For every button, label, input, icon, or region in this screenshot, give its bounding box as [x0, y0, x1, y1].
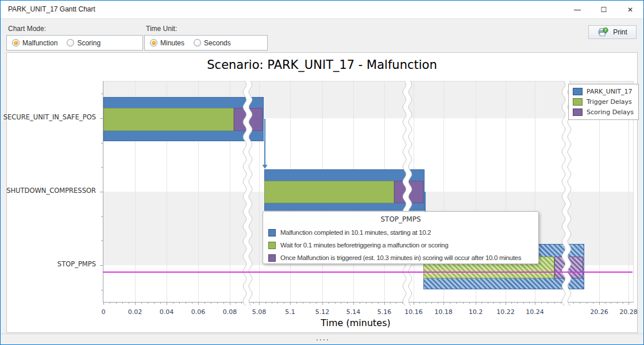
- legend-swatch: [573, 88, 583, 95]
- print-icon: ?: [597, 28, 608, 37]
- gantt-bar-trigger-delay[interactable]: [264, 181, 394, 203]
- x-tick-label: 10.22: [496, 308, 515, 316]
- x-axis-minor-tick: [605, 302, 606, 304]
- x-axis-minor-tick: [438, 302, 438, 304]
- chart-mode-malfunction-radio[interactable]: Malfunction: [12, 39, 57, 47]
- time-unit-minutes-radio[interactable]: Minutes: [150, 39, 184, 47]
- legend-swatch: [573, 108, 583, 116]
- x-axis-tick: [506, 302, 506, 305]
- x-tick-label: 5.16: [377, 308, 392, 316]
- x-tick-label: 10.2: [469, 308, 483, 316]
- x-axis-tick: [353, 302, 354, 305]
- time-unit-seconds-radio[interactable]: Seconds: [194, 39, 231, 47]
- plot-area: 00.020.040.060.085.085.15.125.145.1610.1…: [103, 81, 634, 303]
- x-axis-minor-tick: [593, 302, 593, 304]
- x-axis-tick: [599, 302, 600, 305]
- x-axis-minor-tick: [360, 302, 360, 304]
- x-axis-minor-tick: [523, 302, 524, 304]
- x-axis-minor-tick: [541, 302, 542, 304]
- x-axis-minor-tick: [248, 302, 248, 304]
- x-axis-minor-tick: [116, 302, 117, 304]
- x-axis-minor-tick: [148, 302, 148, 304]
- radio-icon: [194, 39, 201, 46]
- x-axis-minor-tick: [205, 302, 205, 304]
- x-axis-tick: [167, 302, 167, 305]
- x-axis-minor-tick: [310, 302, 310, 304]
- x-axis-tick: [414, 302, 414, 305]
- x-axis-minor-tick: [110, 302, 110, 304]
- chart-title: Scenario: PARK_UNIT_17 - Malfunction: [7, 58, 637, 72]
- x-tick-label: 10.16: [404, 308, 423, 316]
- splitter-handle[interactable]: [1, 334, 643, 345]
- chart-mode-scoring-radio[interactable]: Scoring: [67, 39, 101, 47]
- y-axis-minor-tick: [101, 216, 103, 217]
- tooltip-line: Malfunction completed in 10.1 minutes, s…: [268, 226, 533, 239]
- legend-label: Trigger Delays: [587, 98, 632, 106]
- x-axis-minor-tick: [567, 302, 568, 304]
- x-tick-label: 0.06: [191, 308, 206, 316]
- x-axis-minor-tick: [623, 302, 623, 304]
- tooltip-swatch: [268, 229, 276, 237]
- tooltip-text: Wait for 0.1 minutes beforetriggering a …: [280, 242, 448, 249]
- tooltip-text: Malfunction completed in 10.1 minutes, s…: [280, 229, 431, 236]
- x-tick-label: 0.08: [223, 308, 237, 316]
- legend-item: PARK_UNIT_17: [573, 88, 634, 95]
- close-button[interactable]: ✕: [617, 1, 643, 18]
- x-axis-tick: [535, 302, 535, 305]
- tooltip-line: Once Malfunction is triggered (est. 10.3…: [268, 251, 533, 264]
- x-axis-minor-tick: [335, 302, 336, 304]
- x-tick-label: 20.26: [590, 308, 608, 316]
- x-axis-minor-tick: [141, 302, 142, 304]
- gantt-bar-scoring-delay[interactable]: [554, 257, 583, 278]
- x-axis-tick: [628, 302, 629, 305]
- radio-label: Seconds: [204, 39, 231, 47]
- legend-swatch: [573, 98, 583, 106]
- gantt-bar-scoring-delay[interactable]: [234, 108, 263, 131]
- x-axis-tick: [444, 302, 444, 305]
- tooltip-title: STOP_PMPS: [268, 215, 533, 223]
- gantt-bar-scoring-delay[interactable]: [394, 181, 423, 203]
- tooltip-swatch: [268, 254, 276, 262]
- maximize-button[interactable]: ☐: [591, 1, 617, 18]
- x-axis-minor-tick: [173, 302, 173, 304]
- x-axis-minor-tick: [236, 302, 236, 304]
- x-axis-minor-tick: [587, 302, 587, 304]
- x-axis-minor-tick: [408, 302, 408, 304]
- x-axis-minor-tick: [396, 302, 396, 304]
- x-axis-minor-tick: [329, 302, 329, 304]
- x-axis-tick: [230, 302, 230, 305]
- y-axis-minor-tick: [101, 167, 103, 168]
- time-unit-label: Time Unit:: [146, 25, 177, 33]
- x-axis-minor-tick: [160, 302, 161, 304]
- x-axis-minor-tick: [241, 302, 242, 304]
- x-axis-minor-tick: [366, 302, 367, 304]
- window-title: PARK_UNIT_17 Gantt Chart: [8, 5, 95, 13]
- x-tick-label: 20.28: [619, 308, 638, 316]
- chart-mode-label: Chart Mode:: [8, 25, 46, 33]
- x-axis-minor-tick: [303, 302, 303, 304]
- x-axis-minor-tick: [179, 302, 180, 304]
- legend-item: Scoring Delays: [573, 108, 634, 116]
- window: PARK_UNIT_17 Gantt Chart —☐✕ Chart Mode:…: [0, 0, 644, 345]
- x-axis-minor-tick: [129, 302, 129, 304]
- x-axis-minor-tick: [561, 302, 561, 304]
- tooltip-line: Wait for 0.1 minutes beforetriggering a …: [268, 239, 533, 251]
- x-axis-minor-tick: [456, 302, 457, 304]
- print-button[interactable]: ? Print: [588, 25, 637, 39]
- x-axis-tick: [322, 302, 323, 305]
- x-axis-minor-tick: [517, 302, 518, 304]
- x-axis-minor-tick: [573, 302, 574, 304]
- legend-item: Trigger Delays: [573, 98, 634, 106]
- toolbar: Chart Mode: MalfunctionScoring Time Unit…: [1, 19, 643, 52]
- gantt-bar-trigger-delay[interactable]: [103, 108, 234, 131]
- radio-icon: [12, 39, 20, 46]
- x-axis-minor-tick: [469, 302, 470, 304]
- x-axis-minor-tick: [253, 302, 254, 304]
- x-axis-minor-tick: [378, 302, 379, 304]
- minimize-button[interactable]: —: [564, 1, 591, 18]
- x-tick-label: 0.04: [160, 308, 174, 316]
- x-axis-minor-tick: [316, 302, 317, 304]
- category-label: SECURE_UNIT_IN_SAFE_POS: [1, 113, 96, 121]
- x-axis-minor-tick: [402, 302, 403, 304]
- tooltip-swatch: [268, 242, 276, 249]
